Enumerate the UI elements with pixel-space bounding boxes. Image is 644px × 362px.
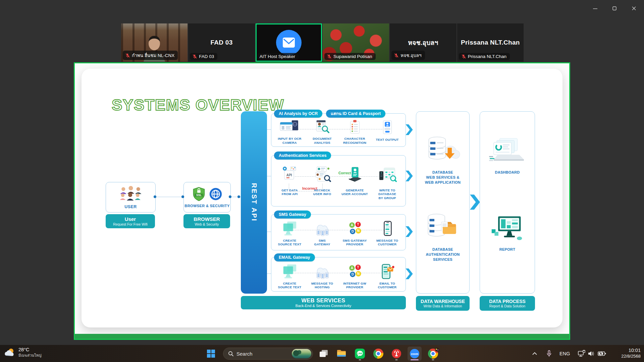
ocr-panel: AI Analysis by OCR แสกน ID Card & Passpo… <box>271 113 406 147</box>
slide-canvas: SYSTEMS OVERVIEW USER User Request For F… <box>82 69 562 327</box>
recheck-cards-icon <box>314 166 331 182</box>
running-indicator <box>432 359 434 360</box>
sms-gateway-panel: SMS Gateway CREATE SOURCE TEXT SMS GATEW… <box>271 214 406 250</box>
database-folder-icon <box>425 212 460 243</box>
connector-line <box>267 176 271 176</box>
user-group-icon <box>119 185 143 202</box>
task-view-button[interactable] <box>317 347 331 361</box>
account-card-icon <box>346 166 364 182</box>
task-view-icon <box>319 349 328 358</box>
running-indicator <box>359 359 361 360</box>
step-text-output: TEXT OUTPUT <box>371 119 404 144</box>
step-get-data-from-api: GET DATA FROM API <box>273 161 306 204</box>
write-db-icon <box>378 166 397 182</box>
search-highlight-image <box>292 349 311 358</box>
arrow-right-icon <box>406 171 413 181</box>
user-node: USER <box>106 182 156 213</box>
maximize-button[interactable] <box>607 3 622 13</box>
phone-email-icon <box>380 264 395 279</box>
windows-logo-icon <box>207 349 215 358</box>
participant-name-label: Prissana NLT.Chan <box>459 53 510 60</box>
report-item: REPORT <box>480 216 535 252</box>
broadcast-app-icon <box>391 349 401 359</box>
step-document-analysis: DOCUMENT ANALYSIS <box>306 119 338 144</box>
email-gateway-panel: EMAIL Gateway CREATE SOURCE TEXT MESSAGE… <box>271 257 406 292</box>
cloud-servers-icon <box>313 221 332 236</box>
participant-name-label: Supawanid Potisan <box>324 53 376 60</box>
participant-tile[interactable]: FAD 03 FAD 03 <box>188 23 255 62</box>
weather-widget[interactable]: 28°C มีเมฆส่วนใหญ่ <box>4 347 42 358</box>
muted-mic-icon <box>125 53 130 58</box>
svg-text:zoom: zoom <box>411 352 419 356</box>
display-plug-icon <box>578 350 586 357</box>
data-process-column: DASHBOARD REPORT <box>480 111 535 294</box>
mic-in-use-indicator[interactable] <box>546 345 552 362</box>
battery-charging-icon <box>598 351 606 356</box>
user-button: User Request For Free Wifi <box>106 214 155 228</box>
search-box[interactable]: Search <box>223 348 313 360</box>
text-card-icon <box>380 120 395 135</box>
video-strip: กำพน ฮื่นชม NL-CNX FAD 03 FAD 03 AIT Hos… <box>121 23 524 62</box>
document-scan-icon <box>315 120 330 135</box>
tray-overflow-button[interactable] <box>532 345 537 362</box>
participant-tile[interactable]: Prissana NLT.Chan Prissana NLT.Chan <box>457 23 524 62</box>
zoom-button-active[interactable]: zoom <box>408 347 422 361</box>
participant-tile[interactable]: กำพน ฮื่นชม NL-CNX <box>121 23 187 62</box>
language-indicator[interactable]: ENG <box>559 345 570 362</box>
avatar <box>276 30 302 55</box>
step-generate-user-account: GENERATE USER ACCOUNT <box>338 161 371 204</box>
broadcast-app-button[interactable] <box>389 347 404 361</box>
search-icon <box>228 351 233 356</box>
shared-screen-region: SYSTEMS OVERVIEW USER User Request For F… <box>74 62 570 340</box>
connector-dot <box>237 195 240 198</box>
dashboard-icon <box>488 138 527 166</box>
file-explorer-icon <box>336 349 346 358</box>
data-warehouse-button: DATA WAREHOUSE Write Data & Information <box>416 296 470 311</box>
participant-tile-active-speaker[interactable]: AIT Host Speaker <box>256 23 322 62</box>
svg-text:LINE: LINE <box>358 352 363 355</box>
muted-mic-icon <box>461 54 466 59</box>
participant-name-label: AIT Host Speaker <box>257 53 299 60</box>
data-process-button: DATA PROCESS Report & Data Solution <box>480 296 535 311</box>
clock[interactable]: 10:01 22/8/2568 <box>621 347 641 359</box>
connector-line <box>267 274 271 274</box>
user-node-label: USER <box>124 204 137 209</box>
start-button[interactable] <box>204 347 218 361</box>
step-sms-gateway-provider: SMS GATEWAY PROVIDER <box>338 220 371 248</box>
line-app-button[interactable]: LINE <box>353 347 367 361</box>
weather-icon <box>4 348 15 358</box>
incorrect-path <box>289 191 322 191</box>
line-app-icon: LINE <box>355 349 365 359</box>
minimize-icon <box>593 6 597 11</box>
battery-button[interactable] <box>598 345 606 362</box>
participant-tile[interactable]: หจช.อุบลฯ หจช.อุบลฯ <box>390 23 456 62</box>
monitor-icon <box>281 221 299 236</box>
close-button[interactable] <box>627 3 641 13</box>
participant-name-label: หจช.อุบลฯ <box>391 51 425 60</box>
database-cloud-icon <box>425 135 460 166</box>
rest-api-bar: REST API <box>241 111 267 294</box>
minimize-button[interactable] <box>588 3 602 13</box>
muted-mic-icon <box>394 53 399 58</box>
weather-temp: 28°C <box>18 347 42 352</box>
report-monitor-icon <box>490 216 525 243</box>
provider-logos-icon <box>347 222 363 236</box>
arrow-right-icon <box>406 268 413 279</box>
cast-display-button[interactable] <box>578 345 586 362</box>
muted-mic-icon <box>192 54 197 59</box>
step-message-to-customer: MESSAGE TO CUSTOMER <box>371 220 404 248</box>
chrome-profile-button[interactable] <box>426 347 440 361</box>
time: 10:01 <box>621 347 641 354</box>
step-input-by-ocr: INPUT BY OCR CAMERA <box>273 119 306 144</box>
api-icon <box>281 166 299 182</box>
ssl-shield-icon <box>192 187 206 201</box>
volume-button[interactable] <box>588 345 595 362</box>
chrome-button[interactable] <box>371 347 385 361</box>
date: 22/8/2568 <box>621 354 641 359</box>
maximize-icon <box>612 6 616 10</box>
participant-tile[interactable]: Supawanid Potisan <box>323 23 389 62</box>
zoom-icon: zoom <box>410 349 420 359</box>
file-explorer-button[interactable] <box>334 347 348 361</box>
step-write-to-database: WRITE TO DATABASE BY GROUP <box>371 161 404 204</box>
browser-security-node: BROWSER & SECURITY <box>183 182 231 213</box>
